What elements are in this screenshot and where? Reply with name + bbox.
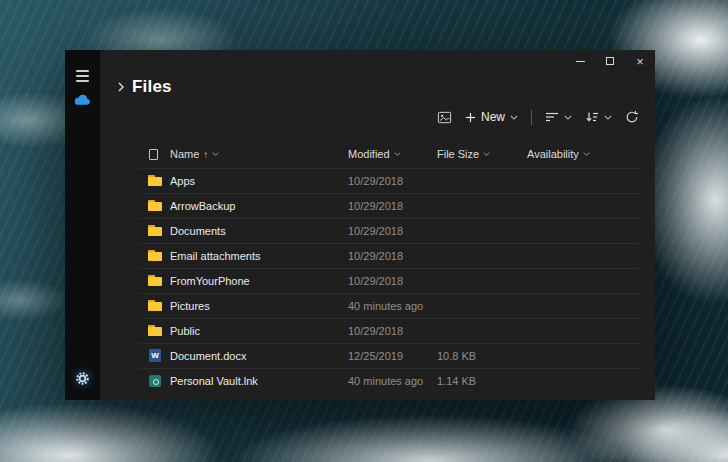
view-options-button[interactable] — [545, 111, 572, 123]
folder-icon — [147, 248, 165, 264]
table-row[interactable]: Apps 10/29/2018 — [140, 168, 639, 193]
table-row[interactable]: Pictures 40 minutes ago — [140, 293, 639, 318]
list-lines-icon — [545, 111, 559, 123]
column-header-name[interactable]: Name ↑ — [170, 148, 348, 160]
gallery-view-button[interactable] — [437, 110, 452, 125]
table-row[interactable]: ArrowBackup 10/29/2018 — [140, 193, 639, 218]
column-header-size[interactable]: File Size — [437, 148, 527, 160]
chevron-down-icon — [510, 115, 518, 120]
file-name: Personal Vault.lnk — [170, 375, 348, 387]
hamburger-icon — [76, 70, 89, 82]
new-button-label: New — [481, 110, 505, 124]
column-header-availability[interactable]: Availability — [527, 148, 639, 160]
file-name: Public — [170, 325, 348, 337]
close-button[interactable]: × — [625, 50, 655, 72]
table-row[interactable]: Documents 10/29/2018 — [140, 218, 639, 243]
file-modified: 10/29/2018 — [348, 200, 437, 212]
sidebar — [65, 50, 100, 400]
table-row[interactable]: Email attachments 10/29/2018 — [140, 243, 639, 268]
maximize-button[interactable] — [595, 50, 625, 72]
folder-icon — [147, 298, 165, 314]
close-icon: × — [636, 55, 644, 68]
menu-button[interactable] — [71, 64, 95, 88]
file-modified: 40 minutes ago — [348, 375, 437, 387]
file-modified: 12/25/2019 — [348, 350, 437, 362]
sort-order-icon — [585, 111, 599, 123]
table-row[interactable]: Public 10/29/2018 — [140, 318, 639, 343]
file-list: Apps 10/29/2018 ArrowBackup 10/29/2018 D… — [140, 168, 639, 393]
refresh-button[interactable] — [625, 110, 639, 124]
file-name: Pictures — [170, 300, 348, 312]
file-name: ArrowBackup — [170, 200, 348, 212]
plus-icon — [465, 112, 476, 123]
column-label: Name — [170, 148, 199, 160]
file-modified: 10/29/2018 — [348, 225, 437, 237]
gear-icon — [75, 371, 90, 386]
folder-icon — [147, 173, 165, 189]
table-row[interactable]: Personal Vault.lnk 40 minutes ago 1.14 K… — [140, 368, 639, 393]
page-title: Files — [132, 77, 172, 97]
chevron-down-icon — [394, 152, 401, 156]
file-name: Apps — [170, 175, 348, 187]
folder-icon — [147, 273, 165, 289]
toolbar-divider — [531, 110, 532, 125]
file-name: Document.docx — [170, 350, 348, 362]
chevron-down-icon — [212, 152, 219, 156]
table-row[interactable]: FromYourPhone 10/29/2018 — [140, 268, 639, 293]
minimize-button[interactable] — [565, 50, 595, 72]
chevron-down-icon — [483, 152, 490, 156]
folder-icon — [147, 323, 165, 339]
file-type-column-icon — [149, 149, 158, 160]
refresh-icon — [625, 110, 639, 124]
file-modified: 10/29/2018 — [348, 325, 437, 337]
gallery-view-icon — [437, 110, 452, 125]
onedrive-cloud-icon — [73, 94, 92, 107]
sort-ascending-icon: ↑ — [203, 149, 208, 160]
main-panel: × Files New — [100, 50, 655, 400]
settings-button[interactable] — [71, 366, 95, 390]
new-button[interactable]: New — [465, 110, 518, 124]
toolbar: New — [100, 102, 655, 132]
file-size: 1.14 KB — [437, 375, 527, 387]
file-modified: 10/29/2018 — [348, 250, 437, 262]
column-label: File Size — [437, 148, 479, 160]
column-header-modified[interactable]: Modified — [348, 148, 437, 160]
folder-icon — [147, 198, 165, 214]
minimize-icon — [576, 61, 585, 62]
folder-icon — [147, 223, 165, 239]
file-name: Email attachments — [170, 250, 348, 262]
word-document-icon — [147, 348, 165, 364]
maximize-icon — [606, 57, 614, 65]
table-row[interactable]: Document.docx 12/25/2019 10.8 KB — [140, 343, 639, 368]
chevron-down-icon — [564, 115, 572, 120]
sort-button[interactable] — [585, 111, 612, 123]
breadcrumb-chevron-icon — [118, 82, 124, 92]
file-size: 10.8 KB — [437, 350, 527, 362]
sidebar-item-onedrive[interactable] — [71, 88, 95, 112]
column-label: Availability — [527, 148, 579, 160]
file-modified: 40 minutes ago — [348, 300, 437, 312]
table-header: Name ↑ Modified File Size Availability — [140, 140, 639, 168]
titlebar: × — [100, 50, 655, 72]
file-modified: 10/29/2018 — [348, 275, 437, 287]
chevron-down-icon — [583, 152, 590, 156]
chevron-down-icon — [604, 115, 612, 120]
app-window: × Files New — [65, 50, 655, 400]
file-modified: 10/29/2018 — [348, 175, 437, 187]
file-name: Documents — [170, 225, 348, 237]
column-label: Modified — [348, 148, 390, 160]
breadcrumb: Files — [100, 72, 655, 102]
file-name: FromYourPhone — [170, 275, 348, 287]
vault-icon — [147, 373, 165, 389]
